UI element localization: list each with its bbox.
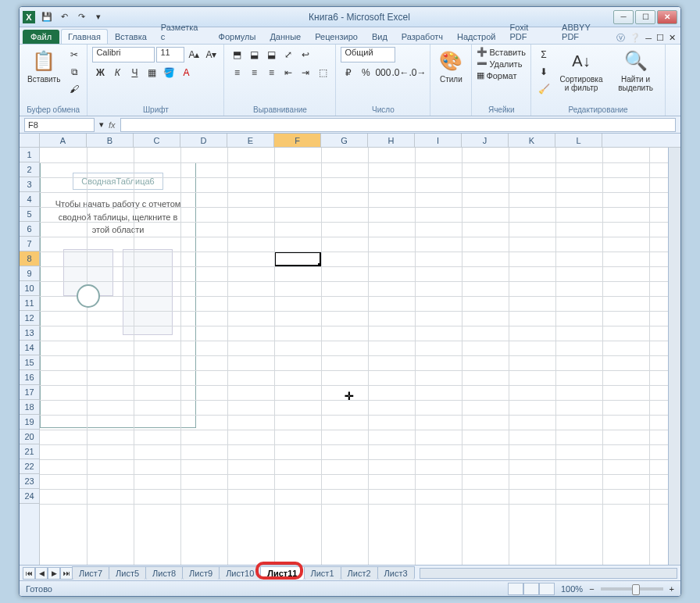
row-header-1[interactable]: 1	[20, 148, 39, 162]
col-header-J[interactable]: J	[462, 134, 509, 147]
row-header-18[interactable]: 18	[20, 400, 39, 415]
row-header-16[interactable]: 16	[20, 370, 39, 385]
tab-abbyy[interactable]: ABBYY PDF	[555, 20, 616, 44]
format-painter-icon[interactable]: 🖌	[66, 81, 82, 97]
file-tab[interactable]: Файл	[23, 30, 59, 44]
tab-view[interactable]: Вид	[365, 29, 395, 44]
vertical-scrollbar[interactable]	[668, 148, 680, 565]
zoom-level[interactable]: 100%	[561, 584, 583, 594]
tab-data[interactable]: Данные	[262, 29, 308, 44]
increase-font-icon[interactable]: A▴	[186, 47, 202, 62]
indent-decrease-icon[interactable]: ⇤	[280, 65, 296, 80]
sheet-nav-first[interactable]: ⏮	[23, 567, 35, 580]
horizontal-scrollbar[interactable]	[420, 568, 677, 579]
tab-layout[interactable]: Разметка с	[154, 20, 212, 44]
row-header-23[interactable]: 23	[20, 474, 39, 489]
cells-grid[interactable]: СводнаяТаблица6 Чтобы начать работу с от…	[40, 148, 668, 565]
sheet-tab[interactable]: Лист10	[219, 566, 261, 580]
indent-increase-icon[interactable]: ⇥	[298, 65, 313, 80]
col-header-H[interactable]: H	[368, 134, 415, 147]
col-header-I[interactable]: I	[415, 134, 462, 147]
orientation-icon[interactable]: ⤢	[280, 47, 296, 62]
row-header-17[interactable]: 17	[20, 385, 39, 400]
sheet-tab[interactable]: Лист9	[182, 566, 220, 580]
tab-home[interactable]: Главная	[61, 29, 108, 44]
col-header-C[interactable]: C	[134, 134, 180, 147]
sort-filter-button[interactable]: A↓ Сортировка и фильтр	[555, 47, 608, 94]
doc-close-icon[interactable]: ✕	[669, 33, 676, 43]
col-header-D[interactable]: D	[180, 134, 227, 147]
align-center-icon[interactable]: ≡	[246, 65, 262, 80]
row-header-12[interactable]: 12	[20, 311, 39, 326]
row-header-11[interactable]: 11	[20, 296, 39, 311]
font-size-select[interactable]: 11	[156, 47, 184, 62]
fx-icon[interactable]: fx	[109, 120, 116, 130]
formula-bar[interactable]	[120, 118, 676, 132]
row-header-7[interactable]: 7	[20, 237, 39, 252]
col-header-K[interactable]: K	[509, 134, 555, 147]
align-top-icon[interactable]: ⬒	[229, 47, 245, 62]
tab-insert[interactable]: Вставка	[108, 29, 154, 44]
row-header-4[interactable]: 4	[20, 192, 39, 207]
col-header-F[interactable]: F	[274, 134, 321, 147]
row-header-10[interactable]: 10	[20, 281, 39, 296]
align-bottom-icon[interactable]: ⬓	[263, 47, 279, 62]
sheet-nav-prev[interactable]: ◀	[35, 567, 48, 580]
col-header-L[interactable]: L	[555, 134, 602, 147]
row-header-3[interactable]: 3	[20, 177, 39, 192]
tab-addins[interactable]: Надстрой	[450, 29, 502, 44]
comma-icon[interactable]: 000	[375, 65, 391, 80]
row-header-22[interactable]: 22	[20, 459, 39, 474]
zoom-out-button[interactable]: −	[589, 584, 594, 594]
doc-restore-icon[interactable]: ☐	[656, 33, 664, 43]
maximize-button[interactable]: ☐	[635, 10, 655, 24]
sheet-nav-next[interactable]: ▶	[48, 567, 60, 580]
row-header-13[interactable]: 13	[20, 326, 39, 341]
sheet-tab[interactable]: Лист7	[72, 566, 109, 580]
view-layout-button[interactable]	[523, 583, 539, 595]
decrease-decimal-icon[interactable]: .0→	[409, 65, 425, 80]
decrease-font-icon[interactable]: A▾	[203, 47, 219, 62]
fill-icon[interactable]: ⬇	[536, 64, 552, 80]
sheet-tab[interactable]: Лист8	[145, 566, 183, 580]
delete-cells-button[interactable]: ➖Удалить	[477, 59, 522, 69]
view-pagebreak-button[interactable]	[539, 583, 555, 595]
tab-formulas[interactable]: Формулы	[212, 29, 263, 44]
zoom-slider[interactable]	[601, 587, 663, 591]
find-select-button[interactable]: 🔍 Найти и выделить	[611, 47, 660, 94]
styles-button[interactable]: 🎨 Стили	[435, 47, 466, 85]
tab-review[interactable]: Рецензиро	[308, 29, 365, 44]
paste-button[interactable]: 📋 Вставить	[24, 47, 63, 85]
name-box[interactable]: F8	[24, 118, 95, 132]
row-header-9[interactable]: 9	[20, 266, 39, 281]
row-header-5[interactable]: 5	[20, 207, 39, 222]
insert-cells-button[interactable]: ➕Вставить	[477, 47, 526, 57]
cut-icon[interactable]: ✂	[66, 47, 82, 62]
row-header-20[interactable]: 20	[20, 430, 39, 444]
merge-icon[interactable]: ⬚	[315, 65, 330, 80]
zoom-in-button[interactable]: +	[670, 584, 674, 594]
font-color-icon[interactable]: A	[178, 65, 194, 80]
select-all-corner[interactable]	[20, 134, 40, 148]
clear-icon[interactable]: 🧹	[536, 81, 552, 97]
bold-button[interactable]: Ж	[92, 65, 108, 80]
col-header-E[interactable]: E	[227, 134, 274, 147]
fill-color-icon[interactable]: 🪣	[161, 65, 177, 80]
undo-icon[interactable]: ↶	[57, 10, 71, 24]
close-button[interactable]: ✕	[657, 10, 677, 24]
sheet-tab[interactable]: Лист11	[260, 566, 304, 580]
doc-minimize-icon[interactable]: ─	[645, 34, 652, 43]
format-cells-button[interactable]: ▦Формат	[477, 70, 516, 80]
qat-more-icon[interactable]: ▾	[91, 10, 105, 24]
namebox-dropdown-icon[interactable]: ▾	[99, 120, 104, 130]
copy-icon[interactable]: ⧉	[66, 64, 82, 80]
row-header-19[interactable]: 19	[20, 415, 39, 430]
number-format-select[interactable]: Общий	[341, 47, 395, 62]
align-middle-icon[interactable]: ⬓	[246, 47, 262, 62]
align-left-icon[interactable]: ≡	[229, 65, 245, 80]
row-header-8[interactable]: 8	[20, 252, 39, 266]
redo-icon[interactable]: ↷	[74, 10, 88, 24]
increase-decimal-icon[interactable]: .0←	[392, 65, 408, 80]
save-icon[interactable]: 💾	[40, 10, 54, 24]
row-header-14[interactable]: 14	[20, 341, 39, 355]
